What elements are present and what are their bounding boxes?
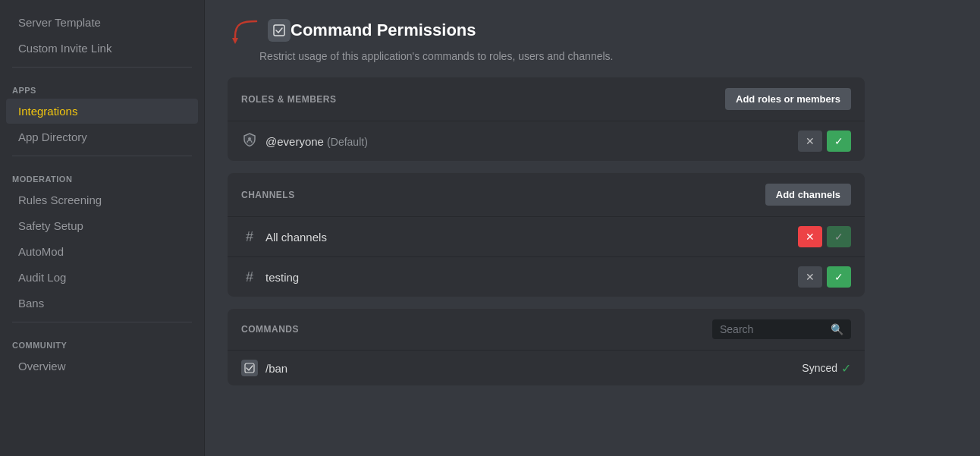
commands-section: COMMANDS 🔍 /ban Synced ✓: [228, 309, 865, 385]
search-wrapper: 🔍: [712, 319, 851, 339]
sidebar-item-custom-invite-link[interactable]: Custom Invite Link: [6, 36, 198, 61]
ban-command-name: /ban: [265, 362, 802, 375]
sidebar-item-overview[interactable]: Overview: [6, 354, 198, 379]
sidebar: Server Template Custom Invite Link APPS …: [0, 0, 205, 456]
sidebar-item-safety-setup[interactable]: Safety Setup: [6, 213, 198, 238]
everyone-actions: ✕ ✓: [798, 131, 851, 152]
svg-point-2: [248, 137, 251, 140]
synced-badge: Synced ✓: [802, 361, 851, 376]
testing-allow-button[interactable]: ✓: [827, 266, 851, 288]
divider-community: [12, 322, 192, 322]
main-content: Command Permissions Restrict usage of th…: [205, 0, 980, 456]
page-subtitle: Restrict usage of this application's com…: [259, 50, 865, 62]
synced-check-icon: ✓: [841, 361, 851, 376]
sidebar-item-bans[interactable]: Bans: [6, 291, 198, 316]
roles-members-section: ROLES & MEMBERS Add roles or members @ev…: [228, 77, 865, 161]
section-label-moderation: MODERATION: [0, 162, 204, 187]
channels-label: CHANNELS: [241, 190, 295, 200]
sidebar-item-integrations[interactable]: Integrations: [6, 99, 198, 124]
hash-icon-testing: #: [241, 269, 258, 285]
ban-command-icon: [241, 360, 258, 376]
channels-header: CHANNELS Add channels: [228, 173, 865, 217]
ban-command-row: /ban Synced ✓: [228, 351, 865, 385]
section-label-community: COMMUNITY: [0, 329, 204, 353]
page-title: Command Permissions: [291, 20, 476, 40]
roles-members-header: ROLES & MEMBERS Add roles or members: [228, 77, 865, 121]
svg-marker-0: [232, 38, 238, 44]
title-row: Command Permissions: [228, 15, 865, 46]
sidebar-item-rules-screening[interactable]: Rules Screening: [6, 187, 198, 212]
everyone-deny-button[interactable]: ✕: [798, 131, 822, 152]
shield-icon: [241, 132, 258, 150]
all-channels-allow-button[interactable]: ✓: [827, 226, 851, 247]
page-icon: [268, 19, 291, 42]
commands-header: COMMANDS 🔍: [228, 309, 865, 351]
roles-members-label: ROLES & MEMBERS: [241, 94, 337, 105]
testing-channel-name: testing: [265, 271, 798, 284]
everyone-row: @everyone (Default) ✕ ✓: [228, 121, 865, 161]
all-channels-deny-button[interactable]: ✕: [798, 226, 822, 247]
sidebar-item-app-directory[interactable]: App Directory: [6, 124, 198, 149]
add-channels-button[interactable]: Add channels: [765, 184, 851, 206]
svg-rect-1: [274, 25, 284, 36]
divider-apps: [12, 67, 192, 68]
channels-section: CHANNELS Add channels # All channels ✕ ✓…: [228, 173, 865, 297]
commands-label: COMMANDS: [241, 324, 299, 335]
everyone-allow-button[interactable]: ✓: [827, 131, 851, 152]
all-channels-actions: ✕ ✓: [798, 226, 851, 247]
all-channels-row: # All channels ✕ ✓: [228, 217, 865, 257]
hash-icon-all: #: [241, 229, 258, 245]
everyone-name: @everyone (Default): [265, 135, 798, 148]
all-channels-name: All channels: [265, 231, 798, 244]
section-label-apps: APPS: [0, 74, 204, 98]
commands-search-input[interactable]: [720, 323, 826, 335]
sidebar-item-automod[interactable]: AutoMod: [6, 239, 198, 264]
content-area: Command Permissions Restrict usage of th…: [205, 0, 887, 413]
sidebar-item-server-template[interactable]: Server Template: [6, 10, 198, 35]
divider-moderation: [12, 156, 192, 156]
testing-row: # testing ✕ ✓: [228, 257, 865, 297]
search-icon: 🔍: [831, 323, 843, 335]
testing-actions: ✕ ✓: [798, 266, 851, 288]
testing-deny-button[interactable]: ✕: [798, 266, 822, 288]
curved-arrow-icon: [228, 15, 262, 46]
add-roles-members-button[interactable]: Add roles or members: [725, 88, 851, 110]
sidebar-item-audit-log[interactable]: Audit Log: [6, 265, 198, 290]
